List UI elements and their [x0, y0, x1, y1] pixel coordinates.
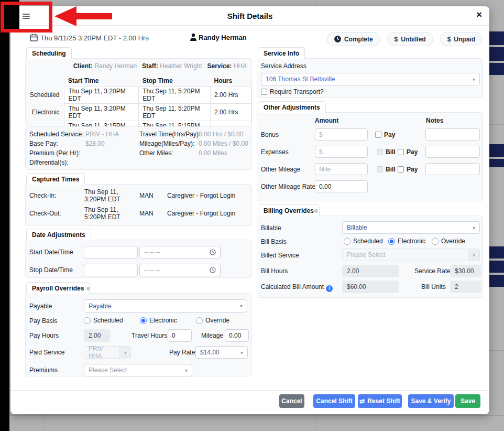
require-transport-label: Require Transport?	[270, 88, 324, 95]
calendar-icon	[30, 34, 38, 41]
cancel-button[interactable]: Cancel	[279, 394, 304, 408]
radio-label: Override	[205, 317, 229, 324]
tab-status-dot	[86, 287, 90, 290]
expenses-notes-input[interactable]	[425, 146, 480, 158]
differentials-label: Differential(s):	[29, 159, 68, 166]
mileage-summary-value: 0.00 Miles / $0.00	[199, 140, 248, 147]
amount-header: Amount	[315, 117, 338, 124]
calculated-label-text: Calculated Bill Amount	[261, 283, 324, 290]
pay-label: Pay	[407, 166, 418, 173]
other-mileage-rate-input[interactable]	[315, 180, 368, 192]
bonus-amount-input[interactable]	[315, 128, 368, 141]
travel-hours-input[interactable]	[168, 329, 192, 342]
pay-basis-label: Pay Basis	[29, 317, 57, 325]
bonus-pay-checkbox[interactable]: Pay	[375, 131, 395, 138]
scheduled-service-value: PRIV - HHA	[85, 131, 119, 138]
table-row: Electronic Thu Sep 11, 3:20PM EDT Thu Se…	[29, 104, 251, 121]
mileage-label: Mileage	[201, 332, 223, 339]
service-address-select[interactable]: 106 Thomas St Bettsville ▾	[261, 73, 480, 85]
complete-status-button[interactable]: Complete	[327, 32, 380, 46]
chevron-down-icon: ▾	[185, 368, 188, 373]
info-icon[interactable]: i	[326, 285, 333, 292]
cancel-shift-button[interactable]: Cancel Shift	[313, 394, 355, 408]
pill-label: Complete	[344, 36, 373, 43]
radio-icon	[140, 317, 147, 324]
tab-scheduling: Scheduling	[26, 47, 72, 59]
billable-value: Billable	[347, 224, 367, 231]
sidebar-black-strip	[0, 0, 9, 431]
time-placeholder: --:-- --	[144, 249, 160, 256]
service-address-label: Service Address	[261, 62, 306, 70]
radio-icon	[432, 238, 439, 245]
stop-time-input[interactable]: --:-- --	[139, 264, 221, 276]
bill-basis-electronic-radio[interactable]: Electronic	[388, 238, 425, 245]
bill-label: Bill	[386, 166, 396, 173]
tab-service-info: Service Info	[258, 47, 305, 59]
require-transport-checkbox[interactable]: Require Transport?	[261, 88, 324, 95]
radio-label: Electronic	[149, 317, 177, 324]
tab-date-adjustments: Date Adjustments	[26, 229, 91, 240]
premiums-placeholder: Please Select	[89, 367, 127, 374]
start-datetime-label: Start Date/Time	[29, 249, 73, 256]
bonus-notes-input[interactable]	[425, 128, 480, 141]
reset-shift-button[interactable]: ⇄ Reset Shift	[358, 394, 402, 408]
start-date-input[interactable]	[84, 246, 138, 258]
premiums-select[interactable]: Please Select ▾	[84, 364, 192, 376]
other-mileage-notes-input[interactable]	[425, 163, 480, 175]
cell-stop: Thu Sep 11, 5:20PM EDT	[139, 87, 211, 104]
check-out-method: MAN	[139, 210, 154, 217]
bill-hours-value: 2.00	[342, 265, 399, 277]
base-pay-label: Base Pay:	[29, 140, 58, 147]
service-rate-value: $30.00	[450, 265, 481, 277]
chevron-down-icon: ▾	[240, 303, 243, 309]
unpaid-status-button[interactable]: $ Unpaid	[440, 32, 483, 46]
clock-time-icon	[210, 267, 216, 273]
table-header-row: Start Time Stop Time Hours	[29, 77, 251, 87]
service-rate-label: Service Rate	[414, 267, 451, 275]
other-mileage-label: Other Mileage	[261, 166, 300, 173]
pill-label: Unbilled	[401, 36, 425, 43]
bill-label: Bill	[386, 148, 396, 156]
unbilled-status-button[interactable]: $ Unbilled	[387, 32, 433, 46]
billable-select[interactable]: Billable ▾	[342, 221, 480, 234]
travel-time-label: Travel Time(Hrs/Pay):	[139, 131, 200, 138]
table-row: Scheduled Thu Sep 11, 3:20PM EDT Thu Sep…	[29, 87, 251, 104]
radio-label: Override	[441, 238, 465, 245]
bill-units-value: 2	[450, 281, 481, 293]
radio-label: Scheduled	[93, 317, 123, 324]
other-mileage-pay-checkbox[interactable]: Pay	[398, 166, 418, 173]
annotation-highlight-rect	[1, 2, 52, 33]
payable-select[interactable]: Payable ▾	[84, 299, 247, 313]
status-pills: Complete $ Unbilled $ Unpaid	[327, 32, 483, 46]
footer-divider	[10, 390, 489, 391]
mileage-input[interactable]	[225, 329, 249, 342]
captured-times-card: Check-In: Thu Sep 11, 3:20PM EDT MAN Car…	[25, 184, 252, 226]
save-verify-button[interactable]: Save & Verify	[408, 394, 454, 408]
calculated-bill-amount-label: Calculated Bill Amounti	[261, 283, 333, 292]
expenses-pay-checkbox[interactable]: Pay	[398, 148, 418, 156]
check-in-label: Check-In:	[29, 192, 56, 199]
save-button[interactable]: Save	[455, 394, 480, 408]
start-time-input[interactable]: --:-- --	[139, 246, 221, 258]
check-in-method: MAN	[139, 192, 154, 199]
shift-datetime: Thu 9/11/25 3:20PM EDT - 2.00 Hrs	[40, 34, 149, 42]
service-label: Service:	[207, 62, 232, 70]
checkbox-icon	[375, 132, 381, 138]
bill-basis-scheduled-radio[interactable]: Scheduled	[344, 238, 383, 245]
other-miles-label: Other Miles:	[139, 149, 173, 157]
chevron-down-icon: ▾	[119, 347, 130, 359]
expenses-amount-input[interactable]	[315, 146, 368, 158]
payable-value: Payable	[89, 303, 111, 310]
other-mileage-input[interactable]	[315, 163, 368, 175]
pay-basis-override-radio[interactable]: Override	[196, 317, 229, 324]
pay-rate-select[interactable]: $14.00 ▾	[195, 346, 248, 359]
pay-basis-scheduled-radio[interactable]: Scheduled	[84, 317, 123, 324]
stop-date-input[interactable]	[84, 264, 138, 276]
bill-units-label: Bill Units	[421, 283, 446, 290]
bill-basis-override-radio[interactable]: Override	[432, 238, 465, 245]
close-icon[interactable]: ×	[476, 9, 482, 20]
checkbox-icon	[398, 166, 404, 173]
radio-label: Scheduled	[353, 238, 383, 245]
pay-hours-value: 2.00	[84, 329, 110, 342]
pay-basis-electronic-radio[interactable]: Electronic	[140, 317, 177, 324]
